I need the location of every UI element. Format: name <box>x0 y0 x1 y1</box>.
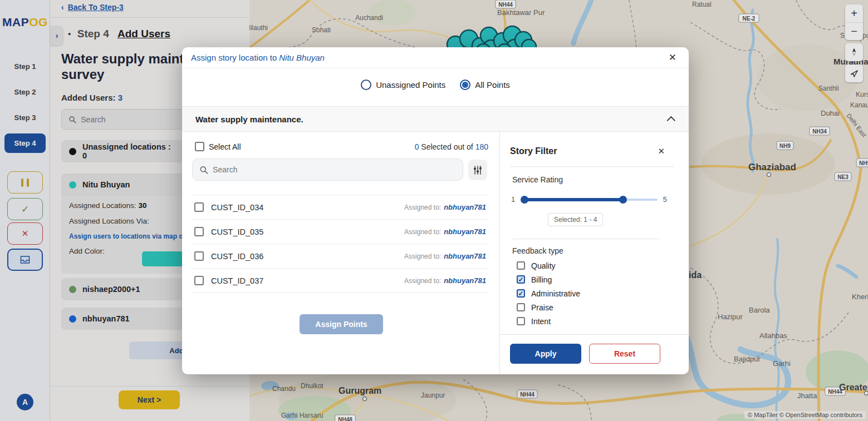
filter-footer: Apply Reset <box>500 334 689 374</box>
feedback-option-label: Quality <box>531 261 556 270</box>
divider <box>510 166 674 167</box>
accordion-title: Water supply maintenance. <box>195 115 303 124</box>
feedback-option-intent[interactable]: Intent <box>517 314 661 325</box>
sliders-icon <box>473 165 483 175</box>
point-row-CUST_ID_036[interactable]: CUST_ID_036Assigned to:nbhuyan781 <box>192 244 488 269</box>
filter-close-icon[interactable]: ✕ <box>658 146 665 156</box>
open-filter-button[interactable] <box>468 160 487 180</box>
survey-accordion[interactable]: Water supply maintenance. <box>182 106 689 132</box>
assign-points-button[interactable]: Assign Points <box>300 314 383 334</box>
points-search[interactable] <box>192 159 463 181</box>
checkbox-checked-icon[interactable]: ✓ <box>517 275 525 284</box>
checkbox-icon[interactable] <box>517 261 525 270</box>
checkbox-icon[interactable] <box>517 303 525 311</box>
feedback-option-quality[interactable]: Quality <box>517 259 661 273</box>
slider-handle-max[interactable] <box>619 196 627 204</box>
feedback-option-praise[interactable]: Praise <box>517 300 661 314</box>
search-icon <box>199 165 208 175</box>
filter-header: Story Filter ✕ <box>510 146 679 156</box>
points-search-input[interactable] <box>213 165 456 174</box>
chevron-up-icon <box>667 116 676 125</box>
feedback-option-label: Praise <box>531 303 553 312</box>
modal-body: Select All 0 Selected out of 180 <box>182 132 689 374</box>
row-checkbox[interactable] <box>194 202 204 212</box>
modal-header: Assign story location toNitu Bhuyan ✕ <box>182 47 689 68</box>
customer-id: CUST_ID_036 <box>211 252 263 261</box>
row-checkbox[interactable] <box>194 227 204 236</box>
feedback-option-administrative[interactable]: ✓Administrative <box>517 286 661 300</box>
point-row-CUST_ID_037[interactable]: CUST_ID_037Assigned to:nbhuyan781 <box>192 269 488 293</box>
points-list-column: Select All 0 Selected out of 180 <box>182 132 499 374</box>
story-filter-panel: Story Filter ✕ Service Rating 1 5 Select… <box>499 132 689 374</box>
assigned-to-label: Assigned to:nbhuyan781 <box>404 252 486 260</box>
divider <box>512 239 659 239</box>
assigned-user[interactable]: nbhuyan781 <box>444 276 486 285</box>
service-rating-slider-row: 1 5 <box>511 195 667 204</box>
modal-close-icon[interactable]: ✕ <box>669 52 676 63</box>
feedback-option-label: Billing <box>531 275 552 284</box>
radio-unassigned-points[interactable]: Unassigned Points <box>361 80 445 90</box>
checkbox-checked-icon[interactable]: ✓ <box>517 289 525 298</box>
feedback-options: Quality✓Billing✓AdministrativePraiseInte… <box>517 259 661 325</box>
point-row-CUST_ID_035[interactable]: CUST_ID_035Assigned to:nbhuyan781 <box>192 220 488 244</box>
assigned-to-label: Assigned to:nbhuyan781 <box>404 203 486 211</box>
radio-all-points[interactable]: All Points <box>460 80 510 90</box>
customer-id: CUST_ID_035 <box>211 227 263 236</box>
service-rating-label: Service Rating <box>512 175 563 184</box>
points-radio-group: Unassigned PointsAll Points <box>182 80 689 90</box>
assigned-user[interactable]: nbhuyan781 <box>444 227 486 236</box>
radio-icon <box>361 80 371 90</box>
reset-button[interactable]: Reset <box>589 344 660 364</box>
range-slider[interactable] <box>521 196 658 204</box>
feedback-type-label: Feedback type <box>512 246 563 255</box>
assign-story-modal: Assign story location toNitu Bhuyan ✕ Un… <box>182 47 689 374</box>
feedback-option-label: Administrative <box>531 289 580 298</box>
slider-handle-min[interactable] <box>521 196 528 204</box>
selected-range-badge: Selected: 1 - 4 <box>548 213 603 226</box>
customer-id: CUST_ID_034 <box>211 203 263 212</box>
points-list: CUST_ID_033Assigned to:nbhuyan781CUST_ID… <box>192 187 488 303</box>
point-row-CUST_ID_034[interactable]: CUST_ID_034Assigned to:nbhuyan781 <box>192 195 488 220</box>
assigned-user[interactable]: nbhuyan781 <box>444 203 486 211</box>
radio-selected-icon <box>460 80 470 90</box>
assigned-user[interactable]: nbhuyan781 <box>444 252 486 260</box>
feedback-option-label: Intent <box>531 317 551 326</box>
feedback-option-billing[interactable]: ✓Billing <box>517 273 661 286</box>
row-checkbox[interactable] <box>194 251 204 261</box>
point-row-CUST_ID_033[interactable]: CUST_ID_033Assigned to:nbhuyan781 <box>192 187 488 195</box>
customer-id: CUST_ID_037 <box>211 276 263 285</box>
radio-label: Unassigned Points <box>376 80 445 90</box>
row-checkbox[interactable] <box>194 276 204 285</box>
assigned-to-label: Assigned to:nbhuyan781 <box>404 276 486 285</box>
radio-label: All Points <box>475 80 510 90</box>
apply-button[interactable]: Apply <box>510 344 581 364</box>
checkbox-icon[interactable] <box>517 317 525 325</box>
select-all-row: Select All 0 Selected out of 180 <box>195 142 488 151</box>
selection-count: 0 Selected out of 180 <box>415 142 488 151</box>
select-all-checkbox[interactable] <box>195 142 204 151</box>
modal-title: Assign story location toNitu Bhuyan <box>191 53 325 62</box>
assigned-to-label: Assigned to:nbhuyan781 <box>404 227 486 236</box>
